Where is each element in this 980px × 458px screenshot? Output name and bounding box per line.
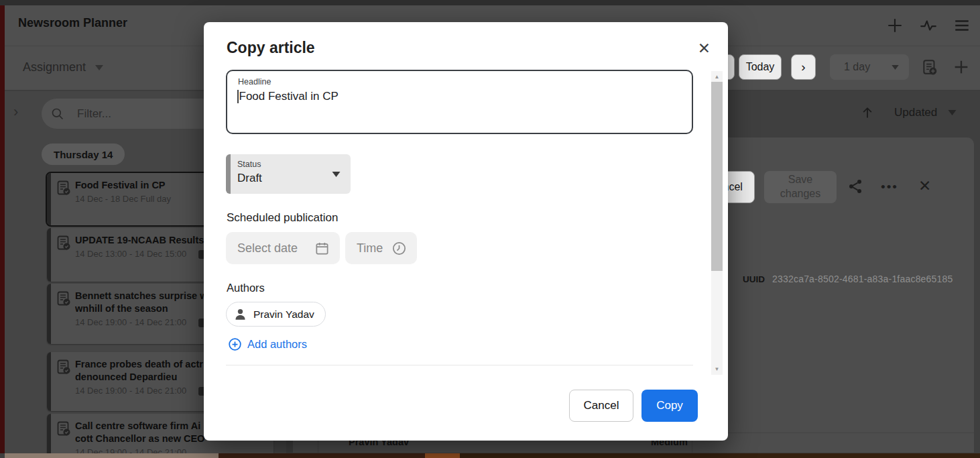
calendar-icon	[314, 241, 330, 256]
headline-input[interactable]: Headline Food Festival in CP	[226, 70, 693, 134]
modal-scrollbar[interactable]: ▲ ▼	[711, 71, 723, 375]
add-authors-label: Add authors	[247, 338, 307, 351]
scroll-up-icon[interactable]: ▲	[711, 74, 723, 80]
headline-value: Food Festival in CP	[237, 90, 339, 103]
divider	[226, 365, 693, 365]
cancel-button-label: Cancel	[584, 399, 619, 412]
author-chip-label: Pravin Yadav	[253, 308, 314, 321]
dialog-title: Copy article	[227, 39, 315, 57]
copy-article-dialog: Copy article ✕ Headline Food Festival in…	[204, 22, 728, 441]
authors-label: Authors	[227, 282, 265, 294]
select-date-placeholder: Select date	[237, 241, 298, 255]
status-label: Status	[237, 160, 261, 169]
add-authors-link[interactable]: Add authors	[228, 337, 307, 351]
scroll-down-icon[interactable]: ▼	[711, 366, 723, 372]
status-select[interactable]: Status Draft	[226, 154, 351, 194]
scheduled-publication-label: Scheduled publication	[227, 211, 338, 225]
copy-button[interactable]: Copy	[641, 390, 698, 422]
select-date-button[interactable]: Select date	[226, 232, 340, 264]
clock-icon	[391, 241, 407, 256]
text-cursor	[237, 90, 239, 103]
newsroom-planner-app: Newsroom Planner Assignment Today › 1 da…	[0, 0, 980, 458]
headline-label: Headline	[238, 77, 271, 87]
status-value: Draft	[237, 172, 262, 185]
chevron-down-icon	[332, 172, 341, 177]
author-chip[interactable]: Pravin Yadav	[226, 302, 326, 327]
close-icon[interactable]: ✕	[698, 40, 711, 57]
select-time-placeholder: Time	[357, 241, 383, 255]
copy-button-label: Copy	[656, 399, 683, 412]
cancel-button[interactable]: Cancel	[569, 390, 633, 422]
add-circle-icon	[228, 337, 242, 351]
scrollbar-thumb[interactable]	[711, 82, 723, 271]
status-accent-bar	[226, 154, 231, 194]
person-icon	[233, 307, 247, 321]
select-time-button[interactable]: Time	[345, 232, 417, 264]
